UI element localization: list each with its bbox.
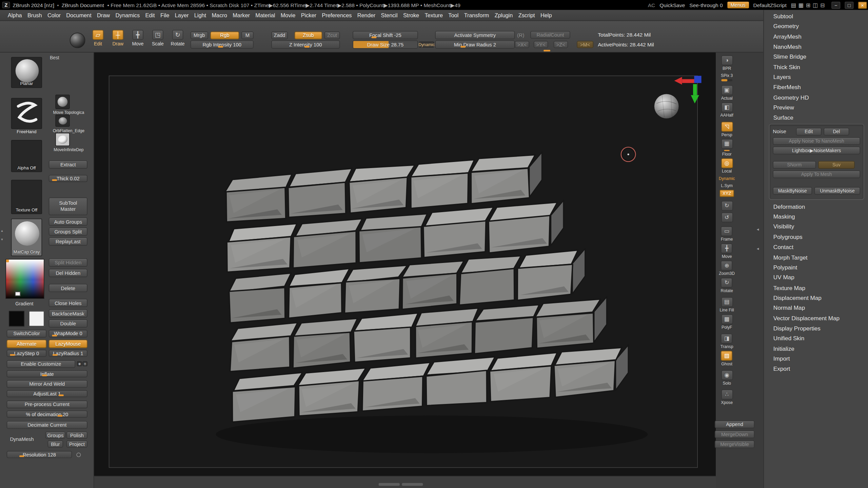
panel-scroll-down-icon[interactable]: ▾ [1,237,3,242]
menu-alpha[interactable]: Alpha [5,10,25,21]
tray-collapse-icon[interactable]: ◂ [757,227,759,232]
palette-morph-target[interactable]: Morph Target [764,252,868,262]
shelf-actual[interactable]: ▣Actual [721,85,733,101]
current-texture-thumbnail[interactable]: Texture Off [11,180,42,214]
edit-mode-button[interactable]: ▱ Edit [90,30,106,51]
shelf-rotate[interactable]: ↻Rotate [721,278,733,293]
shelf-bpr[interactable]: ◑BPR [721,55,733,71]
dynamic-draw-size-toggle[interactable]: Dynamic [419,41,434,47]
shelf-local[interactable]: ◎Local [721,158,733,174]
apply-to-mesh-button[interactable]: Apply To Mesh [773,170,860,178]
main-color-swatch[interactable] [9,311,24,327]
enable-customize-button[interactable]: Enable Customize [7,360,75,368]
close-button[interactable]: × [858,1,867,8]
alternate-button[interactable]: Alternate [7,340,47,348]
backface-mask-button[interactable]: BackfaceMask [49,309,87,318]
suv-button[interactable]: Suv [818,161,855,169]
maximize-button[interactable]: □ [845,1,853,8]
palette-thick-skin[interactable]: Thick Skin [764,62,868,72]
close-holes-button[interactable]: Close Holes [49,299,87,307]
merge-visible-button[interactable]: MergeVisible [715,441,755,448]
menu-color[interactable]: Color [45,10,63,21]
recent-brush-thumbnail[interactable] [55,133,70,146]
menu-texture[interactable]: Texture [422,10,446,21]
customize-menu-icon[interactable]: ≡ [82,361,87,366]
dynamesh-project-button[interactable]: Project [66,441,87,448]
palette-initialize[interactable]: Initialize [764,343,868,353]
mirror-and-weld-button[interactable]: Mirror And Weld [7,380,87,388]
h-scroll-nub[interactable] [379,483,400,486]
dynamesh-polish-button[interactable]: Polish [66,431,87,439]
append-button[interactable]: Append [715,421,755,428]
palette-subtool[interactable]: Subtool [764,11,868,21]
merge-down-button[interactable]: MergeDown [715,430,755,438]
menu-edit[interactable]: Edit [142,10,157,21]
split-hidden-button[interactable]: Split Hidden [49,258,87,266]
palette-unified-skin[interactable]: Unified Skin [764,333,868,343]
unmask-by-noise-button[interactable]: UnmaskByNoise [814,187,860,195]
rgb-button[interactable]: Rgb [210,32,239,39]
menu-preferences[interactable]: Preferences [319,10,354,21]
panel-scroll-up-icon[interactable]: ▴ [1,228,3,233]
noise-label[interactable]: Noise [773,128,794,135]
palette-deformation[interactable]: Deformation [764,201,868,211]
double-button[interactable]: Double [49,319,87,327]
shelf-spix-3[interactable]: SPix 3 [721,73,733,81]
palette-surface[interactable]: Surface [764,113,868,123]
seethrough-slider[interactable]: See-through 0 [689,2,723,8]
minimize-button[interactable]: − [831,1,840,8]
palette-arraymesh[interactable]: ArrayMesh [764,32,868,42]
decimation-percent-slider[interactable]: % of decimation 20 [7,410,87,418]
palette-export[interactable]: Export [764,364,868,374]
mrgb-button[interactable]: Mrgb [191,32,208,39]
customize-lock-icon[interactable]: ∗ [77,361,82,366]
menu-zplugin[interactable]: Zplugin [492,10,516,21]
symmetry-x-button[interactable]: >X< [515,41,529,48]
wrap-mode-slider[interactable]: WrapMode 0 [49,330,87,338]
palette-geometry-hd[interactable]: Geometry HD [764,92,868,102]
menu-layer[interactable]: Layer [172,10,191,21]
current-matcap-thumbnail[interactable]: MatCap Gray [11,219,42,256]
menu-macro[interactable]: Macro [209,10,230,21]
grid-icon[interactable]: ⊞ [806,2,811,8]
shelf-polyf[interactable]: ▩PolyF [721,314,733,330]
shelf-frame[interactable]: ▭Frame [721,226,733,242]
palette-fibermesh[interactable]: FiberMesh [764,82,868,92]
menu-file[interactable]: File [158,10,172,21]
palette-polygroups[interactable]: Polygroups [764,232,868,242]
palette-layers[interactable]: Layers [764,72,868,82]
auto-groups-button[interactable]: Auto Groups [49,218,87,226]
palette-polypaint[interactable]: Polypaint [764,262,868,272]
thick-slider[interactable]: Thick 0.02 [49,175,87,182]
switch-color-button[interactable]: SwitchColor [7,330,47,338]
symmetry-z-button[interactable]: >Z< [554,41,568,48]
palette-preview[interactable]: Preview [764,102,868,113]
quicksave-button[interactable]: QuickSave [659,2,685,8]
shelf-floor[interactable]: ▦Floor [721,139,733,157]
palette-visibility[interactable]: Visibility [764,222,868,232]
lazy-mouse-button[interactable]: LazyMouse [49,340,87,348]
symmetry-m-button[interactable]: >M< [577,41,593,48]
menu-draw[interactable]: Draw [94,10,113,21]
menu-brush[interactable]: Brush [25,10,45,21]
rgb-intensity-slider[interactable]: Rgb Intensity 100 [191,40,254,48]
tray-collapse-icon[interactable]: ◂ [757,246,759,251]
extract-button[interactable]: Extract [49,160,87,168]
draw-mode-button[interactable]: ┼ Draw [110,30,126,51]
groups-split-button[interactable]: Groups Split [49,227,87,236]
palette-import[interactable]: Import [764,353,868,364]
tablet-icon[interactable]: ▤ [791,2,796,8]
del-hidden-button[interactable]: Del Hidden [49,269,87,277]
rotate-mode-button[interactable]: ↻ Rotate [170,30,186,51]
palette-normal-map[interactable]: Normal Map [764,303,868,313]
noise-edit-button[interactable]: Edit [796,128,822,136]
shelf-spin-ccw-icon[interactable]: ↺ [721,212,733,222]
shelf-transp[interactable]: ◨Transp [721,333,733,349]
menu-light[interactable]: Light [192,10,209,21]
shelf-line-fill[interactable]: ▤Line Fill [720,297,734,313]
palette-uv-map[interactable]: UV Map [764,272,868,283]
panels-icon[interactable]: ◫ [813,2,818,8]
scale-mode-button[interactable]: ◳ Scale [150,30,166,51]
tool-preview-sphere[interactable] [654,94,679,119]
menu-render[interactable]: Render [355,10,378,21]
